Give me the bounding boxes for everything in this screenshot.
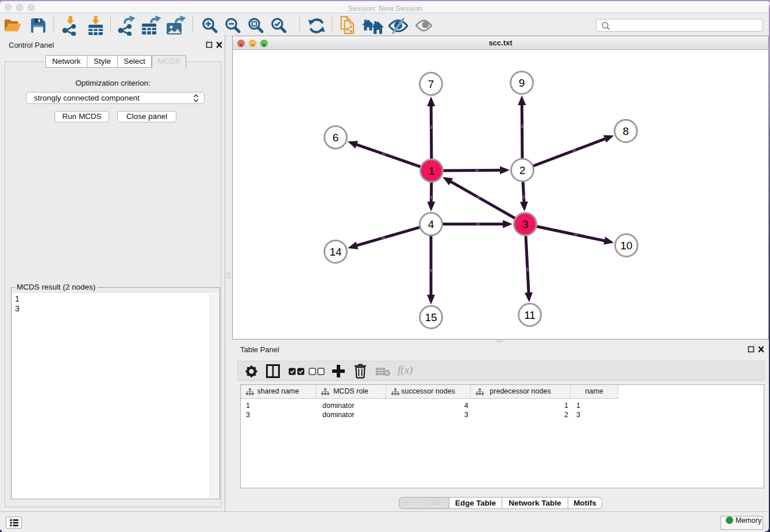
svg-text:3: 3 — [522, 218, 529, 230]
svg-text:6: 6 — [333, 132, 339, 144]
svg-text:10: 10 — [620, 240, 632, 252]
svg-text:9: 9 — [519, 77, 525, 89]
svg-text:14: 14 — [329, 246, 342, 258]
svg-text:2: 2 — [519, 164, 526, 176]
svg-text:7: 7 — [428, 78, 434, 90]
svg-text:8: 8 — [623, 125, 629, 137]
svg-text:4: 4 — [428, 218, 434, 230]
svg-text:11: 11 — [524, 309, 536, 321]
svg-text:1: 1 — [429, 165, 435, 177]
svg-text:15: 15 — [425, 311, 437, 323]
